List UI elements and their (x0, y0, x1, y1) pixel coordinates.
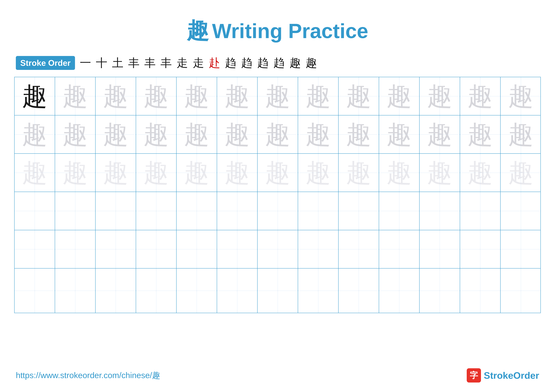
stroke-11: 趋 (241, 55, 253, 71)
stroke-12: 趋 (257, 55, 269, 71)
grid-cell-r1c7: 趣 (258, 77, 298, 115)
grid-cell-r4c9[interactable] (339, 192, 379, 230)
grid-row-3: 趣 趣 趣 趣 趣 趣 趣 趣 趣 趣 趣 趣 趣 (15, 154, 540, 192)
stroke-13: 趋 (273, 55, 285, 71)
stroke-5: 丰 (144, 55, 156, 71)
grid-cell-r2c2: 趣 (55, 115, 95, 153)
grid-cell-r6c10[interactable] (379, 269, 420, 313)
grid-cell-r2c13: 趣 (501, 115, 541, 153)
grid-cell-r4c4[interactable] (136, 192, 176, 230)
grid-cell-r4c7[interactable] (258, 192, 298, 230)
stroke-14: 趣 (290, 55, 301, 71)
grid-cell-r6c9[interactable] (339, 269, 379, 313)
grid-cell-r4c1[interactable] (15, 192, 55, 230)
grid-cell-r1c3: 趣 (95, 77, 136, 115)
grid-cell-r3c11: 趣 (420, 154, 460, 192)
grid-cell-r3c9: 趣 (339, 154, 379, 192)
stroke-order-row: Stroke Order 一 十 土 丰 丰 丰 走 走 赴 趋 趋 趋 趋 趣… (0, 55, 555, 71)
grid-cell-r3c5: 趣 (176, 154, 217, 192)
grid-cell-r6c5[interactable] (176, 269, 217, 313)
grid-cell-r5c11[interactable] (420, 230, 460, 268)
grid-cell-r5c1[interactable] (15, 230, 55, 268)
grid-cell-r2c6: 趣 (217, 115, 258, 153)
grid-cell-r6c13[interactable] (501, 269, 541, 313)
grid-cell-r4c2[interactable] (55, 192, 95, 230)
grid-row-1: 趣 趣 趣 趣 趣 趣 趣 趣 趣 趣 趣 趣 趣 (15, 77, 540, 115)
grid-cell-r4c13[interactable] (501, 192, 541, 230)
grid-cell-r5c7[interactable] (258, 230, 298, 268)
grid-cell-r2c9: 趣 (339, 115, 379, 153)
grid-cell-r1c10: 趣 (379, 77, 420, 115)
stroke-3: 土 (112, 55, 124, 71)
grid-cell-r2c5: 趣 (176, 115, 217, 153)
grid-cell-r3c2: 趣 (55, 154, 95, 192)
grid-cell-r5c6[interactable] (217, 230, 258, 268)
grid-cell-r6c2[interactable] (55, 269, 95, 313)
grid-cell-r1c9: 趣 (339, 77, 379, 115)
grid-cell-r3c8: 趣 (298, 154, 339, 192)
grid-cell-r1c11: 趣 (420, 77, 460, 115)
grid-cell-r4c12[interactable] (460, 192, 501, 230)
grid-cell-r2c4: 趣 (136, 115, 176, 153)
grid-cell-r3c7: 趣 (258, 154, 298, 192)
grid-cell-r5c10[interactable] (379, 230, 420, 268)
grid-cell-r6c3[interactable] (95, 269, 136, 313)
grid-cell-r2c11: 趣 (420, 115, 460, 153)
stroke-7: 走 (176, 55, 188, 71)
stroke-9: 赴 (209, 55, 220, 71)
stroke-4: 丰 (128, 55, 139, 71)
grid-row-4 (15, 192, 540, 230)
grid-cell-r2c3: 趣 (95, 115, 136, 153)
grid-cell-r1c5: 趣 (176, 77, 217, 115)
grid-cell-r1c12: 趣 (460, 77, 501, 115)
grid-cell-r4c5[interactable] (176, 192, 217, 230)
grid-cell-r5c5[interactable] (176, 230, 217, 268)
grid-cell-r5c13[interactable] (501, 230, 541, 268)
stroke-6: 丰 (161, 55, 172, 71)
grid-cell-r3c4: 趣 (136, 154, 176, 192)
grid-cell-r4c10[interactable] (379, 192, 420, 230)
footer-url: https://www.strokeorder.com/chinese/趣 (16, 370, 160, 381)
grid-cell-r3c12: 趣 (460, 154, 501, 192)
stroke-1: 一 (80, 55, 91, 71)
grid-cell-r3c10: 趣 (379, 154, 420, 192)
grid-cell-r6c7[interactable] (258, 269, 298, 313)
grid-cell-r6c11[interactable] (420, 269, 460, 313)
grid-cell-r5c2[interactable] (55, 230, 95, 268)
title-chinese-char: 趣 (187, 18, 209, 43)
grid-cell-r6c12[interactable] (460, 269, 501, 313)
grid-cell-r3c1: 趣 (15, 154, 55, 192)
grid-cell-r1c4: 趣 (136, 77, 176, 115)
grid-cell-r5c4[interactable] (136, 230, 176, 268)
grid-cell-r1c8: 趣 (298, 77, 339, 115)
grid-cell-r3c13: 趣 (501, 154, 541, 192)
grid-cell-r6c6[interactable] (217, 269, 258, 313)
grid-row-5 (15, 230, 540, 269)
grid-row-6 (15, 269, 540, 313)
strokeorder-logo-icon: 字 (467, 368, 481, 383)
practice-grid: 趣 趣 趣 趣 趣 趣 趣 趣 趣 趣 趣 趣 趣 趣 趣 趣 趣 趣 趣 趣 … (14, 77, 541, 313)
grid-cell-r4c6[interactable] (217, 192, 258, 230)
grid-cell-r2c8: 趣 (298, 115, 339, 153)
page-title: 趣Writing Practice (0, 0, 555, 55)
grid-cell-r4c3[interactable] (95, 192, 136, 230)
grid-cell-r5c8[interactable] (298, 230, 339, 268)
grid-cell-r5c12[interactable] (460, 230, 501, 268)
stroke-8: 走 (193, 55, 204, 71)
stroke-15: 趣 (306, 55, 317, 71)
grid-cell-r6c4[interactable] (136, 269, 176, 313)
footer: https://www.strokeorder.com/chinese/趣 字 … (16, 368, 539, 383)
grid-cell-r1c2: 趣 (55, 77, 95, 115)
grid-cell-r6c1[interactable] (15, 269, 55, 313)
grid-cell-r4c11[interactable] (420, 192, 460, 230)
grid-cell-r5c3[interactable] (95, 230, 136, 268)
stroke-sequence: 一 十 土 丰 丰 丰 走 走 赴 趋 趋 趋 趋 趣 趣 (80, 55, 317, 71)
grid-cell-r2c12: 趣 (460, 115, 501, 153)
grid-cell-r1c13: 趣 (501, 77, 541, 115)
footer-logo: 字 StrokeOrder (467, 368, 539, 383)
grid-cell-r4c8[interactable] (298, 192, 339, 230)
stroke-2: 十 (96, 55, 107, 71)
grid-cell-r5c9[interactable] (339, 230, 379, 268)
stroke-10: 趋 (225, 55, 236, 71)
grid-cell-r6c8[interactable] (298, 269, 339, 313)
